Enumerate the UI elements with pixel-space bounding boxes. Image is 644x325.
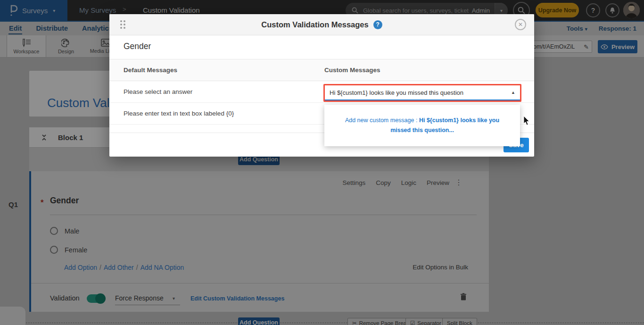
modal-header: Custom Validation Messages ? ✕ bbox=[109, 14, 534, 35]
default-message-text: Please enter text in text box labeled {0… bbox=[124, 110, 234, 117]
messages-table-header: Default Messages Custom Messages bbox=[109, 59, 534, 81]
default-message-text: Please select an answer bbox=[124, 88, 192, 95]
custom-message-value: Hi ${custom1} looks like you missed this… bbox=[330, 89, 511, 96]
modal-close-button[interactable]: ✕ bbox=[515, 19, 526, 30]
app-screen: Surveys ▾ My Surveys > Custom Validation… bbox=[0, 0, 644, 325]
dropdown-option-prefix: Add new custom message : bbox=[345, 117, 419, 124]
custom-validation-messages-modal: Custom Validation Messages ? ✕ Gender De… bbox=[109, 14, 534, 157]
column-default-messages: Default Messages bbox=[124, 67, 177, 74]
modal-question-heading: Gender bbox=[124, 42, 151, 51]
drag-handle-icon[interactable] bbox=[120, 20, 125, 29]
custom-message-select-highlight: Hi ${custom1} looks like you missed this… bbox=[323, 84, 521, 102]
column-custom-messages: Custom Messages bbox=[324, 67, 380, 74]
modal-help-icon[interactable]: ? bbox=[373, 20, 382, 29]
add-new-custom-message-option[interactable]: Add new custom message : Hi ${custom1} l… bbox=[324, 105, 520, 146]
chevron-up-icon: ▲ bbox=[511, 90, 515, 95]
close-icon: ✕ bbox=[518, 21, 523, 28]
custom-message-select[interactable]: Hi ${custom1} looks like you missed this… bbox=[325, 85, 520, 100]
modal-title: Custom Validation Messages bbox=[261, 20, 368, 29]
